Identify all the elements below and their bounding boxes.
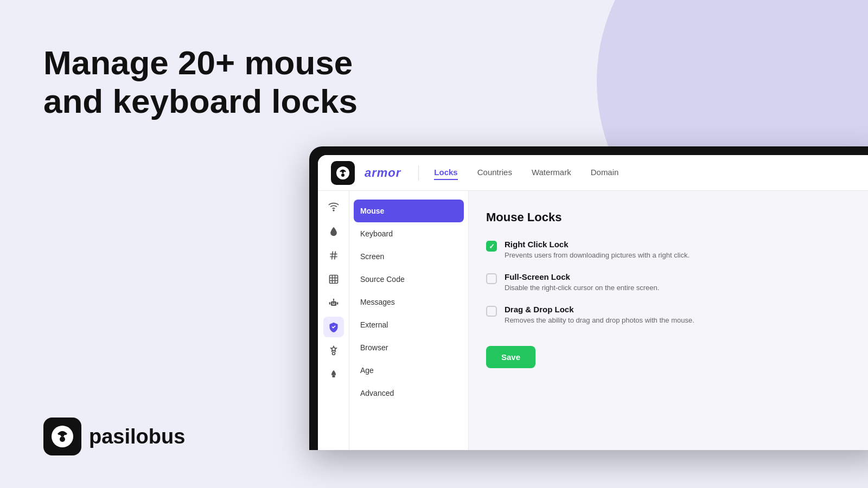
- menu-item-advanced[interactable]: Advanced: [349, 382, 468, 404]
- shield-icon[interactable]: [323, 317, 344, 337]
- svg-rect-15: [332, 303, 333, 304]
- drag-drop-name: Drag & Drop Lock: [505, 305, 694, 314]
- save-button[interactable]: Save: [486, 346, 535, 368]
- right-click-desc: Prevents users from downloading pictures…: [505, 251, 690, 259]
- menu-list: Mouse Keyboard Screen Source Code Messag…: [349, 191, 469, 450]
- menu-item-mouse[interactable]: Mouse: [354, 200, 464, 222]
- tab-watermark[interactable]: Watermark: [532, 165, 571, 180]
- svg-line-11: [331, 252, 333, 260]
- menu-item-age[interactable]: Age: [349, 359, 468, 382]
- fullscreen-checkbox[interactable]: [486, 273, 497, 284]
- tab-countries[interactable]: Countries: [477, 165, 512, 180]
- lock-item-fullscreen: Full-Screen Lock Disable the right-click…: [486, 272, 867, 292]
- top-nav: armor Locks Countries Watermark Domain: [318, 155, 868, 191]
- hero-section: Manage 20+ mouse and keyboard locks: [43, 43, 380, 121]
- tab-domain[interactable]: Domain: [591, 165, 619, 180]
- fullscreen-info: Full-Screen Lock Disable the right-click…: [505, 272, 659, 292]
- brand-logo-icon: [43, 418, 81, 455]
- drop-icon[interactable]: [323, 221, 344, 242]
- lock-item-right-click: Right Click Lock Prevents users from dow…: [486, 240, 867, 259]
- svg-rect-23: [332, 375, 335, 377]
- hash-icon[interactable]: [323, 245, 344, 266]
- right-click-name: Right Click Lock: [505, 240, 690, 249]
- nav-divider: [418, 165, 419, 181]
- tab-locks[interactable]: Locks: [434, 165, 457, 180]
- drag-drop-info: Drag & Drop Lock Removes the ability to …: [505, 305, 694, 324]
- right-click-info: Right Click Lock Prevents users from dow…: [505, 240, 690, 259]
- menu-item-screen[interactable]: Screen: [349, 245, 468, 268]
- sidebar-icons: [318, 191, 349, 450]
- menu-item-browser[interactable]: Browser: [349, 336, 468, 359]
- svg-rect-21: [336, 302, 338, 304]
- detail-panel: Mouse Locks Right Click Lock Prevents us…: [469, 191, 868, 450]
- nav-logo: [331, 161, 355, 185]
- tool-icon[interactable]: [323, 341, 344, 361]
- menu-item-messages[interactable]: Messages: [349, 291, 468, 313]
- hero-title: Manage 20+ mouse and keyboard locks: [43, 43, 380, 121]
- brand-name: pasilobus: [89, 425, 185, 448]
- svg-rect-20: [329, 302, 330, 304]
- nav-tabs: Locks Countries Watermark Domain: [434, 165, 618, 180]
- svg-point-7: [344, 171, 346, 173]
- rocket-icon[interactable]: [323, 364, 344, 385]
- svg-point-5: [341, 174, 344, 177]
- svg-point-22: [332, 352, 335, 355]
- menu-item-external[interactable]: External: [349, 313, 468, 336]
- wifi-icon[interactable]: [323, 197, 344, 218]
- svg-point-1: [60, 436, 65, 442]
- robot-icon[interactable]: [323, 293, 344, 313]
- app-window: armor Locks Countries Watermark Domain: [309, 146, 868, 450]
- svg-point-3: [64, 435, 66, 437]
- detail-title: Mouse Locks: [486, 210, 867, 224]
- svg-point-2: [59, 435, 61, 437]
- drag-drop-checkbox[interactable]: [486, 306, 497, 317]
- content-panel: Mouse Keyboard Screen Source Code Messag…: [349, 191, 868, 450]
- right-click-checkbox[interactable]: [486, 241, 497, 252]
- lock-item-drag-drop: Drag & Drop Lock Removes the ability to …: [486, 305, 867, 324]
- fullscreen-desc: Disable the right-click cursor on the en…: [505, 284, 659, 292]
- svg-point-19: [333, 299, 334, 300]
- main-content: Mouse Keyboard Screen Source Code Messag…: [318, 191, 868, 450]
- frame-icon[interactable]: [323, 269, 344, 290]
- menu-item-keyboard[interactable]: Keyboard: [349, 222, 468, 245]
- nav-brand: armor: [365, 166, 401, 180]
- svg-rect-17: [332, 304, 335, 305]
- brand-section: pasilobus: [43, 418, 185, 455]
- svg-point-6: [341, 171, 342, 173]
- svg-rect-13: [329, 275, 337, 284]
- app-inner: armor Locks Countries Watermark Domain: [318, 155, 868, 450]
- menu-item-source-code[interactable]: Source Code: [349, 268, 468, 291]
- svg-point-8: [333, 210, 334, 211]
- fullscreen-name: Full-Screen Lock: [505, 272, 659, 281]
- drag-drop-desc: Removes the ability to drag and drop pho…: [505, 316, 694, 324]
- svg-rect-16: [334, 303, 335, 304]
- svg-rect-14: [331, 301, 336, 306]
- svg-line-12: [334, 252, 335, 260]
